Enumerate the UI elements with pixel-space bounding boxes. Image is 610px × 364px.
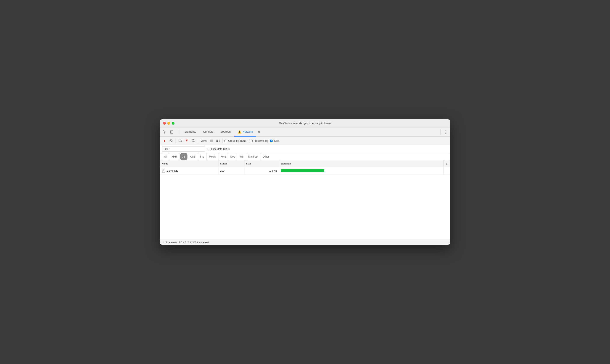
type-filter-css[interactable]: CSS bbox=[188, 153, 198, 160]
tab-console[interactable]: Console bbox=[200, 128, 217, 137]
waterfall-bar bbox=[281, 169, 324, 172]
th-size[interactable]: Size bbox=[244, 160, 279, 167]
toolbar-sep-3 bbox=[222, 139, 223, 143]
type-filter-media[interactable]: Media bbox=[207, 153, 218, 160]
svg-rect-12 bbox=[217, 140, 218, 140]
devtools-panel: Elements Console Sources ⚠️ Network » ⋮ … bbox=[160, 128, 450, 245]
type-filter-js[interactable]: JS bbox=[180, 153, 187, 160]
network-toolbar: ● bbox=[160, 137, 450, 145]
tab-bar-icons bbox=[162, 129, 175, 135]
cursor-icon[interactable] bbox=[162, 129, 168, 135]
empty-space bbox=[160, 175, 450, 240]
toolbar-sep-1 bbox=[176, 139, 176, 143]
filter-row: Hide data URLs bbox=[160, 145, 450, 153]
type-filter-xhr[interactable]: XHR bbox=[169, 153, 179, 160]
filter-input[interactable] bbox=[162, 146, 205, 152]
svg-line-3 bbox=[170, 140, 172, 142]
svg-rect-10 bbox=[210, 141, 213, 141]
traffic-lights bbox=[163, 122, 174, 125]
tab-sources[interactable]: Sources bbox=[217, 128, 234, 137]
svg-rect-1 bbox=[170, 131, 171, 133]
window-title: DevTools - react-lazy-suspense.glitch.me… bbox=[279, 122, 331, 125]
disable-cache-label: Disa bbox=[274, 139, 279, 143]
table-row[interactable]: 1.chunk.js 200 1.3 KB bbox=[160, 167, 450, 175]
svg-rect-9 bbox=[210, 140, 213, 140]
svg-rect-4 bbox=[179, 140, 181, 142]
clear-button[interactable] bbox=[168, 138, 174, 144]
tab-more-button[interactable]: » bbox=[256, 128, 262, 137]
close-button[interactable] bbox=[163, 122, 166, 125]
svg-rect-13 bbox=[217, 141, 218, 141]
tab-divider-right bbox=[440, 129, 441, 135]
svg-point-7 bbox=[192, 140, 194, 142]
svg-line-8 bbox=[194, 141, 195, 142]
table-body: 1.chunk.js 200 1.3 KB bbox=[160, 167, 450, 240]
svg-marker-6 bbox=[185, 140, 188, 142]
svg-rect-11 bbox=[210, 142, 213, 142]
file-icon bbox=[162, 169, 165, 173]
filter-button[interactable] bbox=[184, 138, 190, 144]
view-label: View: bbox=[201, 139, 207, 143]
network-warning-icon: ⚠️ bbox=[238, 130, 241, 133]
stacked-view-button[interactable] bbox=[215, 138, 221, 144]
type-filter-all[interactable]: All bbox=[162, 153, 169, 160]
disable-cache-checkbox[interactable] bbox=[270, 140, 273, 142]
title-bar: DevTools - react-lazy-suspense.glitch.me… bbox=[160, 119, 450, 128]
minimize-button[interactable] bbox=[167, 122, 170, 125]
th-sort[interactable]: ▲ bbox=[443, 160, 450, 167]
hide-data-urls-label[interactable]: Hide data URLs bbox=[208, 148, 230, 151]
status-bar: 1 / 2 requests | 1.3 KB / 13.2 KB transf… bbox=[160, 240, 450, 245]
disable-cache-container: Disa bbox=[270, 139, 280, 143]
th-name[interactable]: Name bbox=[160, 160, 218, 167]
th-status[interactable]: Status bbox=[218, 160, 244, 167]
network-table: Name Status Size Waterfall ▲ bbox=[160, 160, 450, 240]
th-waterfall[interactable]: Waterfall bbox=[279, 160, 443, 167]
preserve-log-label[interactable]: Preserve log bbox=[250, 139, 268, 143]
table-header: Name Status Size Waterfall ▲ bbox=[160, 160, 450, 167]
td-name: 1.chunk.js bbox=[160, 167, 218, 174]
type-filter-font[interactable]: Font bbox=[218, 153, 228, 160]
svg-rect-16 bbox=[219, 141, 220, 141]
svg-rect-14 bbox=[217, 141, 218, 142]
td-size: 1.3 KB bbox=[244, 167, 279, 174]
search-button[interactable] bbox=[191, 138, 196, 144]
td-empty bbox=[443, 167, 450, 174]
tab-divider-left bbox=[179, 129, 179, 135]
td-waterfall bbox=[279, 167, 443, 174]
record-button[interactable]: ● bbox=[162, 138, 167, 144]
devtools-menu-button[interactable]: ⋮ bbox=[442, 129, 448, 135]
type-filter-row: All XHR JS CSS Img Media Font Doc bbox=[160, 153, 450, 160]
type-filter-manifest[interactable]: Manifest bbox=[246, 153, 260, 160]
tab-elements[interactable]: Elements bbox=[181, 128, 200, 137]
svg-rect-17 bbox=[219, 141, 220, 142]
preserve-log-checkbox[interactable] bbox=[250, 140, 253, 142]
tab-bar: Elements Console Sources ⚠️ Network » ⋮ bbox=[160, 128, 450, 137]
group-by-frame-checkbox[interactable] bbox=[224, 140, 227, 142]
toolbar-sep-4 bbox=[248, 139, 248, 143]
td-status: 200 bbox=[218, 167, 244, 174]
type-filter-ws[interactable]: WS bbox=[237, 153, 246, 160]
tab-network[interactable]: ⚠️ Network bbox=[234, 128, 257, 137]
toolbar-sep-2 bbox=[198, 139, 198, 143]
group-by-frame-label[interactable]: Group by frame bbox=[224, 139, 246, 143]
hide-data-urls-checkbox[interactable] bbox=[208, 148, 210, 150]
type-filter-other[interactable]: Other bbox=[260, 153, 271, 160]
screenshot-button[interactable] bbox=[178, 138, 183, 144]
svg-rect-15 bbox=[219, 140, 220, 140]
maximize-button[interactable] bbox=[172, 122, 174, 125]
type-filter-doc[interactable]: Doc bbox=[228, 153, 237, 160]
grid-view-button[interactable] bbox=[209, 138, 214, 144]
dock-icon[interactable] bbox=[169, 129, 175, 135]
type-filter-img[interactable]: Img bbox=[198, 153, 207, 160]
